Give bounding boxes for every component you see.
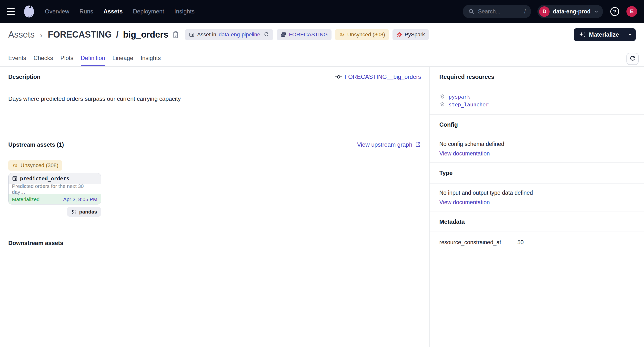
- search-input[interactable]: [478, 8, 521, 15]
- tag-compute-kind[interactable]: PySpark: [392, 29, 429, 40]
- asset-card-header: predicted_orders: [8, 173, 101, 184]
- required-resources-title: Required resources: [439, 74, 494, 80]
- upstream-body: Unsynced (308) predicted_orders Predicte…: [0, 155, 429, 233]
- config-empty-text: No config schema defined: [439, 141, 634, 148]
- type-header: Type: [430, 162, 644, 184]
- nav-assets[interactable]: Assets: [104, 8, 123, 15]
- sparkles-icon: [578, 31, 586, 38]
- asset-card-tags-row: pandas: [8, 207, 101, 217]
- upstream-title: Upstream assets (1): [8, 141, 64, 148]
- breadcrumb-separator: ›: [40, 31, 42, 39]
- help-icon[interactable]: ?: [609, 6, 620, 17]
- resource-link-pyspark[interactable]: pyspark: [448, 94, 470, 100]
- refresh-icon: [629, 56, 636, 62]
- sidebar-empty-area: [430, 253, 644, 347]
- config-view-documentation-link[interactable]: View documentation: [439, 150, 490, 157]
- metadata-header: Metadata: [430, 212, 644, 232]
- materialize-button[interactable]: Materialize: [574, 28, 624, 41]
- tag-asset-in-job: Asset in data-eng-pipeline: [185, 29, 273, 40]
- metadata-row: resource_constrained_at 50: [430, 232, 644, 253]
- resource-link-step-launcher[interactable]: step_launcher: [448, 102, 488, 108]
- description-header: Description FORECASTING__big_orders: [0, 66, 429, 87]
- type-title: Type: [439, 170, 452, 176]
- definition-sidebar: Required resources pyspark step_launcher: [429, 66, 644, 347]
- asset-header-row: Assets › FORECASTING / big_orders Asset …: [0, 23, 644, 46]
- description-title: Description: [8, 74, 40, 80]
- job-link[interactable]: FORECASTING__big_orders: [335, 73, 421, 80]
- tab-lineage[interactable]: Lineage: [112, 55, 133, 66]
- search-box[interactable]: /: [463, 5, 531, 18]
- copy-asset-key-icon[interactable]: [172, 31, 180, 38]
- content-area: Description FORECASTING__big_orders Days…: [0, 66, 644, 347]
- breadcrumb: Assets › FORECASTING / big_orders: [8, 30, 168, 40]
- view-upstream-graph-label[interactable]: View upstream graph: [357, 141, 412, 148]
- downstream-empty-area: [0, 253, 429, 347]
- nav-runs[interactable]: Runs: [80, 8, 93, 15]
- required-resources-header: Required resources: [430, 66, 644, 87]
- config-body: No config schema defined View documentat…: [430, 135, 644, 162]
- deployment-switcher[interactable]: D data-eng-prod: [538, 5, 603, 18]
- dagster-logo-icon[interactable]: [22, 4, 36, 18]
- upstream-header: Upstream assets (1) View upstream graph: [0, 134, 429, 155]
- metadata-key: resource_constrained_at: [439, 239, 518, 246]
- nav-overview[interactable]: Overview: [45, 8, 69, 15]
- view-upstream-graph-link[interactable]: View upstream graph: [357, 141, 421, 148]
- nav-deployment[interactable]: Deployment: [133, 8, 164, 15]
- user-avatar[interactable]: E: [626, 6, 637, 17]
- svg-text:?: ?: [613, 8, 616, 15]
- pandas-icon: [71, 209, 76, 215]
- tag-sync-status-label: Unsynced (308): [347, 32, 385, 38]
- metadata-value: 50: [518, 239, 524, 246]
- tag-asset-group-label[interactable]: FORECASTING: [289, 32, 328, 38]
- hamburger-menu-icon[interactable]: [7, 6, 18, 17]
- tab-insights[interactable]: Insights: [140, 55, 161, 66]
- search-shortcut-hint: /: [524, 8, 526, 15]
- refresh-button[interactable]: [626, 53, 639, 65]
- required-resources-body: pyspark step_launcher: [430, 87, 644, 115]
- resource-icon: [439, 94, 445, 100]
- deployment-name: data-eng-prod: [553, 8, 590, 15]
- resource-row: pyspark: [439, 93, 634, 101]
- upstream-asset-card[interactable]: predicted_orders Predicted orders for th…: [8, 173, 101, 204]
- upstream-sync-status-label: Unsynced (308): [20, 162, 58, 168]
- tag-sync-status[interactable]: Unsynced (308): [335, 29, 389, 40]
- tab-events[interactable]: Events: [8, 55, 26, 66]
- upstream-sync-status-tag[interactable]: Unsynced (308): [8, 160, 62, 170]
- definition-main-column: Description FORECASTING__big_orders Days…: [0, 66, 429, 347]
- external-link-icon: [415, 142, 421, 148]
- pandas-compute-tag[interactable]: pandas: [67, 207, 101, 217]
- tag-asset-in-prefix: Asset in: [197, 32, 216, 38]
- nav-insights[interactable]: Insights: [174, 8, 195, 15]
- tab-definition[interactable]: Definition: [81, 55, 105, 66]
- tab-plots[interactable]: Plots: [60, 55, 73, 66]
- type-view-documentation-link[interactable]: View documentation: [439, 199, 490, 206]
- downstream-header: Downstream assets: [0, 233, 429, 253]
- deployment-badge: D: [539, 6, 550, 17]
- asset-card-footer: Materialized Apr 2, 8:05 PM: [8, 194, 101, 204]
- tab-checks[interactable]: Checks: [34, 55, 53, 66]
- asset-card-name[interactable]: predicted_orders: [20, 176, 69, 182]
- breadcrumb-group[interactable]: FORECASTING: [48, 30, 112, 40]
- downstream-title: Downstream assets: [8, 240, 63, 246]
- asset-tags: Asset in data-eng-pipeline FORECASTING: [185, 29, 429, 40]
- asset-card-timestamp[interactable]: Apr 2, 8:05 PM: [63, 196, 97, 202]
- type-empty-text: No input and output type data defined: [439, 190, 634, 196]
- job-link-label[interactable]: FORECASTING__big_orders: [345, 74, 421, 80]
- primary-nav: Overview Runs Assets Deployment Insights: [45, 8, 195, 15]
- chevron-down-icon: [594, 9, 599, 14]
- breadcrumb-assets-link[interactable]: Assets: [8, 30, 35, 40]
- tag-asset-group[interactable]: FORECASTING: [277, 29, 332, 40]
- pipeline-link[interactable]: data-eng-pipeline: [218, 32, 260, 38]
- table-icon: [189, 32, 195, 38]
- resource-icon: [439, 102, 445, 108]
- materialize-button-group: Materialize: [574, 28, 636, 41]
- config-header: Config: [430, 115, 644, 135]
- asset-card-status: Materialized: [12, 196, 40, 202]
- materialize-dropdown-button[interactable]: [624, 28, 636, 41]
- refresh-pipeline-icon[interactable]: [264, 32, 269, 38]
- pandas-tag-label: pandas: [79, 209, 97, 215]
- page-title-asset-name: big_orders: [123, 30, 168, 40]
- sync-problem-icon: [339, 32, 345, 38]
- nav-right-cluster: / D data-eng-prod ? E: [463, 5, 637, 18]
- metadata-title: Metadata: [439, 218, 465, 225]
